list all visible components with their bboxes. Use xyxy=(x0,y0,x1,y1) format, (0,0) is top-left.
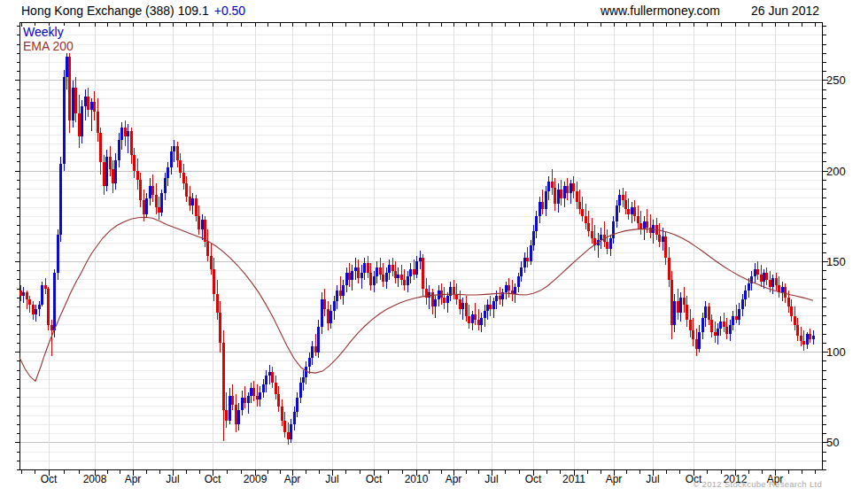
candle-body xyxy=(112,169,114,183)
candle-body xyxy=(354,267,357,271)
candle xyxy=(612,216,615,244)
candle-body xyxy=(616,205,618,221)
candle-body xyxy=(576,191,578,202)
x-axis-label: 2008 xyxy=(83,473,107,485)
candle xyxy=(68,53,71,133)
candle-body xyxy=(520,267,523,276)
candle xyxy=(809,329,811,343)
candle-body xyxy=(633,207,636,216)
candle xyxy=(434,296,437,318)
candle-body xyxy=(114,160,117,184)
candle xyxy=(520,261,523,281)
candle xyxy=(689,309,692,338)
candle-body xyxy=(622,195,624,200)
candle xyxy=(725,318,728,340)
candle-body xyxy=(213,269,215,295)
candle-body xyxy=(434,299,437,306)
candle xyxy=(281,399,283,427)
candle-body xyxy=(382,275,384,282)
candle-body xyxy=(68,57,71,120)
candle xyxy=(57,229,59,280)
candle-body xyxy=(388,265,391,272)
candle-body xyxy=(229,396,231,422)
candle xyxy=(535,211,538,238)
candle xyxy=(367,256,369,278)
candle-body xyxy=(806,334,809,345)
candle xyxy=(763,269,765,289)
candle-body xyxy=(618,195,621,205)
candle-body xyxy=(130,131,133,155)
candle-body xyxy=(532,231,535,245)
candle-body xyxy=(28,299,31,305)
candle-body xyxy=(252,388,255,395)
candle-body xyxy=(38,305,41,308)
candle xyxy=(191,193,194,215)
candle xyxy=(631,202,633,224)
candle-body xyxy=(348,273,351,280)
candle xyxy=(28,296,31,312)
candle xyxy=(213,258,215,301)
candle xyxy=(237,403,240,430)
candle-body xyxy=(93,102,96,111)
candle-body xyxy=(50,325,53,330)
candle-body xyxy=(342,285,345,296)
candle-body xyxy=(109,157,112,169)
candle xyxy=(105,150,108,191)
candle xyxy=(754,263,756,283)
candle-body xyxy=(570,183,572,192)
candle xyxy=(419,251,422,268)
candle xyxy=(360,265,363,289)
y-axis-label: 50 xyxy=(826,436,839,449)
candle-body xyxy=(195,198,198,216)
candle-body xyxy=(299,383,302,397)
candle-body xyxy=(345,273,348,285)
candle-body xyxy=(247,396,250,403)
y-axis-label: 100 xyxy=(826,345,846,359)
candle xyxy=(600,228,602,250)
y-axis-label: 150 xyxy=(826,255,846,268)
candle xyxy=(446,292,449,312)
candle xyxy=(127,124,129,153)
candle-body xyxy=(419,258,422,261)
x-axis-label: Apr xyxy=(284,473,301,485)
candle-body xyxy=(557,190,560,204)
candle-body xyxy=(158,207,160,213)
candle-body xyxy=(53,273,56,330)
candle xyxy=(293,407,296,430)
candle-body xyxy=(133,155,136,171)
candle-body xyxy=(216,294,219,312)
candle-body xyxy=(547,182,550,190)
candle-body xyxy=(271,372,274,383)
candle-body xyxy=(173,146,175,151)
candle xyxy=(453,280,455,299)
candle-body xyxy=(563,186,566,198)
candle xyxy=(425,278,428,306)
candle xyxy=(677,289,679,320)
candle-body xyxy=(151,186,154,195)
candle-body xyxy=(259,392,261,399)
candle xyxy=(109,146,112,177)
candle-body xyxy=(59,164,62,235)
candle-body xyxy=(787,298,790,306)
candle-body xyxy=(170,151,173,167)
candle-body xyxy=(794,316,796,325)
candle-body xyxy=(167,167,169,178)
candle-body xyxy=(136,171,139,180)
candle xyxy=(44,278,47,294)
candle-body xyxy=(47,289,50,325)
candle-body xyxy=(465,303,468,315)
candle xyxy=(151,174,154,202)
candle-body xyxy=(268,372,271,376)
candle-body xyxy=(143,200,145,214)
candle xyxy=(750,271,753,291)
candle-body xyxy=(206,242,209,256)
x-axis-label: Apr xyxy=(125,473,142,485)
candle xyxy=(216,280,219,320)
candle xyxy=(66,50,68,89)
candle-body xyxy=(471,314,474,323)
candle xyxy=(756,261,759,279)
candle-body xyxy=(118,140,120,159)
candle-body xyxy=(32,305,35,314)
candle-body xyxy=(695,339,698,348)
candle xyxy=(526,247,529,267)
